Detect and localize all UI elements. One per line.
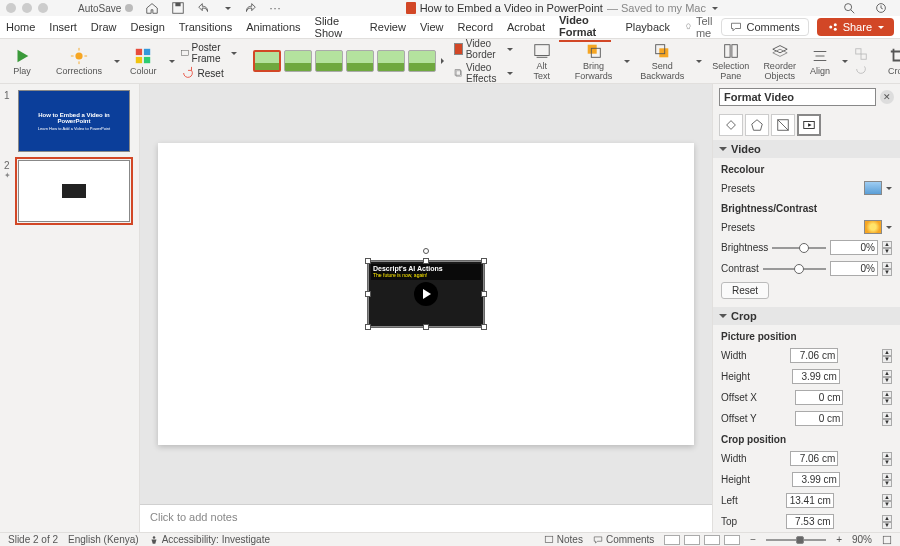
slide-canvas[interactable]: Descript's AI Actions The future is now,…	[158, 143, 694, 445]
video-style-item[interactable]	[408, 50, 436, 72]
align-dropdown-icon[interactable]	[842, 60, 848, 63]
normal-view-button[interactable]	[664, 535, 680, 545]
contrast-slider[interactable]	[763, 263, 826, 275]
brightness-slider[interactable]	[772, 242, 826, 254]
undo-dropdown-icon[interactable]	[225, 7, 231, 10]
video-style-item[interactable]	[315, 50, 343, 72]
cp-top-field[interactable]: 7.53 cm	[786, 514, 834, 529]
pp-offsetx-stepper[interactable]: ▲▼	[882, 391, 892, 405]
tab-home[interactable]: Home	[6, 19, 35, 35]
align-button[interactable]: Align	[806, 45, 834, 78]
gallery-more-icon[interactable]	[441, 58, 444, 64]
video-effects-dropdown-icon[interactable]	[507, 72, 513, 75]
cp-height-stepper[interactable]: ▲▼	[882, 473, 892, 487]
comments-toggle-button[interactable]: Comments	[721, 18, 808, 36]
video-style-gallery[interactable]	[253, 50, 444, 72]
reset-button[interactable]: Reset	[721, 282, 769, 299]
bc-preset-swatch[interactable]	[864, 220, 882, 234]
zoom-in-button[interactable]: +	[836, 534, 842, 545]
share-button[interactable]: Share	[817, 18, 894, 36]
pp-offsetx-field[interactable]: 0 cm	[795, 390, 843, 405]
resize-handle[interactable]	[481, 258, 487, 264]
recolour-preset-dropdown-icon[interactable]	[886, 187, 892, 190]
tell-me-button[interactable]: Tell me	[684, 13, 721, 41]
tab-video-format[interactable]: Video Format	[559, 12, 612, 42]
rotate-icon[interactable]	[854, 62, 868, 76]
resize-handle[interactable]	[365, 324, 371, 330]
notes-toggle[interactable]: Notes	[544, 534, 583, 545]
video-style-item[interactable]	[377, 50, 405, 72]
brightness-stepper[interactable]: ▲▼	[882, 241, 892, 255]
tab-insert[interactable]: Insert	[49, 19, 77, 35]
bc-preset-dropdown-icon[interactable]	[886, 226, 892, 229]
tab-playback[interactable]: Playback	[625, 19, 670, 35]
video-border-button[interactable]: Video Border	[454, 38, 512, 60]
panel-tab-video[interactable]	[797, 114, 821, 136]
tab-review[interactable]: Review	[370, 19, 406, 35]
tab-animations[interactable]: Animations	[246, 19, 300, 35]
cp-left-field[interactable]: 13.41 cm	[786, 493, 834, 508]
resize-handle[interactable]	[365, 258, 371, 264]
corrections-button[interactable]: Corrections	[52, 45, 106, 78]
zoom-slider[interactable]	[766, 537, 826, 543]
group-icon[interactable]	[854, 47, 868, 61]
comments-toggle-status[interactable]: Comments	[593, 534, 654, 545]
history-icon[interactable]	[874, 1, 888, 15]
video-style-item[interactable]	[346, 50, 374, 72]
bring-forwards-button[interactable]: Bring Forwards	[571, 40, 617, 83]
corrections-dropdown-icon[interactable]	[114, 60, 120, 63]
send-backwards-dropdown-icon[interactable]	[696, 60, 702, 63]
pp-width-stepper[interactable]: ▲▼	[882, 349, 892, 363]
alt-text-button[interactable]: Alt Text	[529, 40, 555, 83]
pp-width-field[interactable]: 7.06 cm	[790, 348, 838, 363]
tab-slide-show[interactable]: Slide Show	[315, 13, 356, 41]
colour-button[interactable]: Colour	[126, 45, 161, 78]
notes-pane[interactable]: Click to add notes	[140, 504, 712, 532]
video-effects-button[interactable]: Video Effects	[454, 62, 512, 84]
send-backwards-button[interactable]: Send Backwards	[636, 40, 688, 83]
cp-width-field[interactable]: 7.06 cm	[790, 451, 838, 466]
panel-tab-size[interactable]	[771, 114, 795, 136]
share-dropdown-icon[interactable]	[878, 26, 884, 29]
cp-height-field[interactable]: 3.99 cm	[792, 472, 840, 487]
cp-width-stepper[interactable]: ▲▼	[882, 452, 892, 466]
resize-handle[interactable]	[481, 291, 487, 297]
pp-height-stepper[interactable]: ▲▼	[882, 370, 892, 384]
slide-thumbnail-1[interactable]: How to Embed a Video in PowerPoint Learn…	[18, 90, 130, 152]
search-icon[interactable]	[842, 1, 856, 15]
resize-handle[interactable]	[423, 258, 429, 264]
resize-handle[interactable]	[481, 324, 487, 330]
slideshow-view-button[interactable]	[724, 535, 740, 545]
sorter-view-button[interactable]	[684, 535, 700, 545]
play-overlay-icon[interactable]	[414, 282, 438, 306]
poster-frame-button[interactable]: Poster Frame	[181, 42, 238, 64]
crop-button[interactable]: Crop	[884, 45, 900, 78]
reading-view-button[interactable]	[704, 535, 720, 545]
panel-section-video[interactable]: Video	[713, 140, 900, 158]
video-border-dropdown-icon[interactable]	[507, 48, 513, 51]
reset-design-button[interactable]: Reset	[181, 66, 238, 80]
cp-top-stepper[interactable]: ▲▼	[882, 515, 892, 529]
pp-offsety-stepper[interactable]: ▲▼	[882, 412, 892, 426]
panel-section-crop[interactable]: Crop	[713, 307, 900, 325]
video-style-item[interactable]	[284, 50, 312, 72]
bring-forwards-dropdown-icon[interactable]	[624, 60, 630, 63]
accessibility-checker[interactable]: Accessibility: Investigate	[149, 534, 270, 545]
zoom-out-button[interactable]: −	[750, 534, 756, 545]
document-title-dropdown-icon[interactable]	[712, 7, 718, 10]
pp-offsety-field[interactable]: 0 cm	[795, 411, 843, 426]
brightness-value[interactable]: 0%	[830, 240, 878, 255]
cp-left-stepper[interactable]: ▲▼	[882, 494, 892, 508]
pp-height-field[interactable]: 3.99 cm	[792, 369, 840, 384]
language-indicator[interactable]: English (Kenya)	[68, 534, 139, 545]
panel-tab-fill[interactable]	[719, 114, 743, 136]
resize-handle[interactable]	[365, 291, 371, 297]
tab-transitions[interactable]: Transitions	[179, 19, 232, 35]
slide-thumbnail-2[interactable]	[18, 160, 130, 222]
resize-handle[interactable]	[423, 324, 429, 330]
recolour-preset-swatch[interactable]	[864, 181, 882, 195]
zoom-level[interactable]: 90%	[852, 534, 872, 545]
video-style-item[interactable]	[253, 50, 281, 72]
rotate-handle[interactable]	[423, 248, 429, 254]
contrast-value[interactable]: 0%	[830, 261, 878, 276]
